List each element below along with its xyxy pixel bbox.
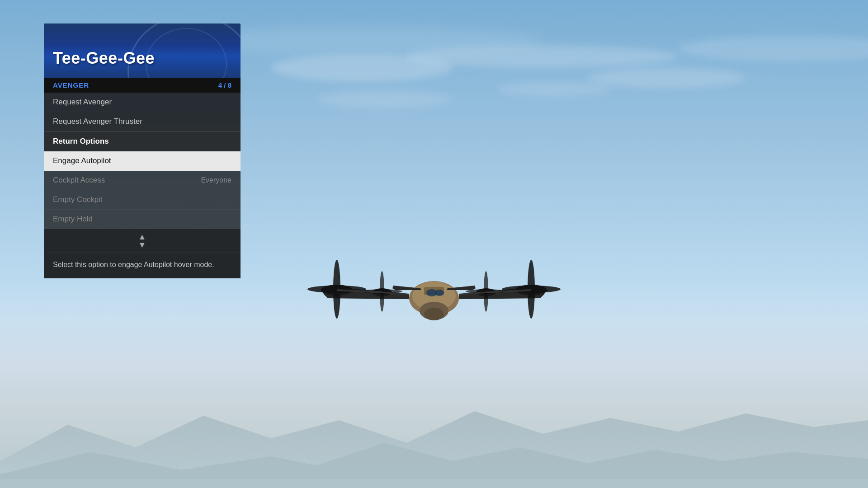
menu-item-label-request-avenger: Request Avenger: [53, 98, 112, 107]
section-name: AVENGER: [53, 81, 89, 89]
menu-item-label-empty-hold: Empty Hold: [53, 215, 93, 224]
menu-item-empty-hold[interactable]: Empty Hold: [44, 210, 241, 229]
menu-title-text: Tee-Gee-Gee: [53, 49, 155, 68]
svg-point-6: [424, 308, 444, 320]
menu-item-label-return-options: Return Options: [53, 137, 109, 146]
menu-item-label-empty-cockpit: Empty Cockpit: [53, 195, 103, 204]
mountains-background: [0, 398, 868, 488]
menu-item-request-avenger[interactable]: Request Avenger: [44, 93, 241, 112]
aircraft-svg: [303, 199, 565, 343]
section-counter: 4 / 8: [218, 81, 231, 89]
menu-item-engage-autopilot[interactable]: Engage Autopilot: [44, 151, 241, 171]
menu-items-list: Request Avenger Request Avenger Thruster…: [44, 93, 241, 229]
menu-description-text: Select this option to engage Autopilot h…: [53, 259, 231, 270]
menu-item-empty-cockpit[interactable]: Empty Cockpit: [44, 190, 241, 210]
scroll-indicator: ▲ ▼: [44, 229, 241, 253]
menu-description-panel: Select this option to engage Autopilot h…: [44, 253, 241, 278]
section-header: AVENGER 4 / 8: [44, 78, 241, 93]
menu-item-label-engage-autopilot: Engage Autopilot: [53, 156, 111, 165]
menu-panel: Tee-Gee-Gee AVENGER 4 / 8 Request Avenge…: [44, 23, 241, 278]
svg-point-21: [435, 290, 444, 296]
scroll-arrows-icon: ▲ ▼: [138, 233, 146, 249]
menu-item-return-options[interactable]: Return Options: [44, 131, 241, 151]
menu-item-value-cockpit-access: Everyone: [201, 176, 231, 184]
menu-item-cockpit-access[interactable]: Cockpit Access Everyone: [44, 171, 241, 190]
svg-rect-2: [0, 479, 868, 488]
menu-item-request-avenger-thruster[interactable]: Request Avenger Thruster: [44, 112, 241, 131]
menu-title-area: Tee-Gee-Gee: [44, 23, 241, 78]
menu-item-label-cockpit-access: Cockpit Access: [53, 176, 105, 185]
menu-item-label-request-avenger-thruster: Request Avenger Thruster: [53, 117, 142, 126]
aircraft-display: [303, 199, 565, 343]
